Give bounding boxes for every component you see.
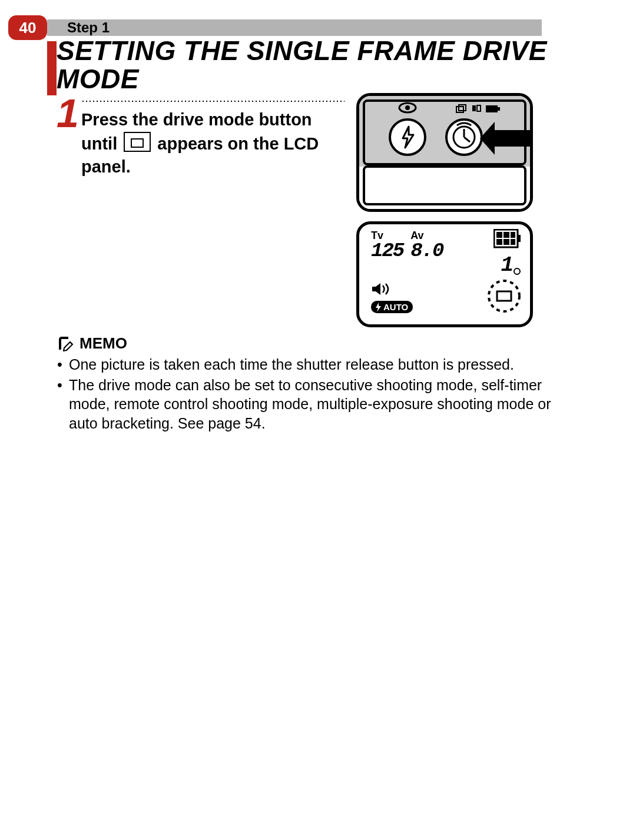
lcd-tv-block: Tv 125 <box>371 230 403 261</box>
page-number-badge: 40 <box>8 15 47 40</box>
memo-heading-row: MEMO <box>57 334 577 353</box>
svg-rect-13 <box>472 105 476 111</box>
svg-line-30 <box>70 342 72 344</box>
title-accent-bar <box>47 41 57 95</box>
svg-rect-19 <box>518 235 521 242</box>
camera-top-svg <box>359 96 530 209</box>
single-frame-icon <box>124 132 151 152</box>
camera-top-illustration <box>356 93 533 212</box>
svg-rect-29 <box>497 291 511 301</box>
battery-icon <box>493 229 521 253</box>
step-label-bar: Step 1 <box>47 19 542 36</box>
dotted-leader <box>81 100 344 102</box>
svg-rect-22 <box>511 232 515 238</box>
memo-heading-text: MEMO <box>80 334 127 353</box>
page-title: SETTING THE SINGLE FRAME DRIVE MODE <box>57 36 618 94</box>
svg-rect-15 <box>486 105 498 112</box>
lcd-top-row: Tv 125 Av 8.0 1 <box>371 230 521 273</box>
pencil-note-icon <box>57 336 76 351</box>
step-instruction: Press the drive mode button until appear… <box>81 108 334 179</box>
flash-auto-badge: AUTO <box>371 301 413 313</box>
single-frame-highlight-circle <box>486 278 522 314</box>
flash-auto-label: AUTO <box>383 302 408 312</box>
step-label: Step 1 <box>67 19 110 36</box>
svg-point-5 <box>405 105 410 110</box>
step-number-large: 1 <box>57 93 79 133</box>
svg-rect-20 <box>496 232 502 238</box>
lcd-tv-value: 125 <box>371 241 403 261</box>
svg-rect-16 <box>498 107 500 111</box>
flash-bolt-icon <box>375 303 382 312</box>
memo-list: One picture is taken each time the shutt… <box>57 355 577 433</box>
svg-point-28 <box>489 281 519 311</box>
memo-item: The drive mode can also be set to consec… <box>69 376 577 433</box>
svg-rect-3 <box>364 167 525 204</box>
page-number: 40 <box>19 19 37 37</box>
lcd-panel-illustration: Tv 125 Av 8.0 1 <box>356 221 533 327</box>
page-header: 40 Step 1 <box>8 19 542 36</box>
lcd-av-value: 8.0 <box>410 241 443 261</box>
lcd-frame-count: 1 <box>501 255 514 276</box>
svg-rect-26 <box>372 287 376 291</box>
lcd-bottom-row: AUTO <box>371 283 521 314</box>
svg-marker-27 <box>376 283 380 295</box>
memo-item: One picture is taken each time the shutt… <box>69 355 577 374</box>
memo-section: MEMO One picture is taken each time the … <box>57 334 577 434</box>
svg-point-6 <box>390 119 425 155</box>
lcd-av-block: Av 8.0 <box>410 230 443 261</box>
svg-rect-24 <box>504 239 509 245</box>
svg-rect-23 <box>496 239 502 245</box>
manual-page: 40 Step 1 SETTING THE SINGLE FRAME DRIVE… <box>0 0 636 840</box>
svg-rect-25 <box>511 239 515 245</box>
svg-rect-21 <box>504 232 509 238</box>
sound-icon <box>371 283 413 297</box>
